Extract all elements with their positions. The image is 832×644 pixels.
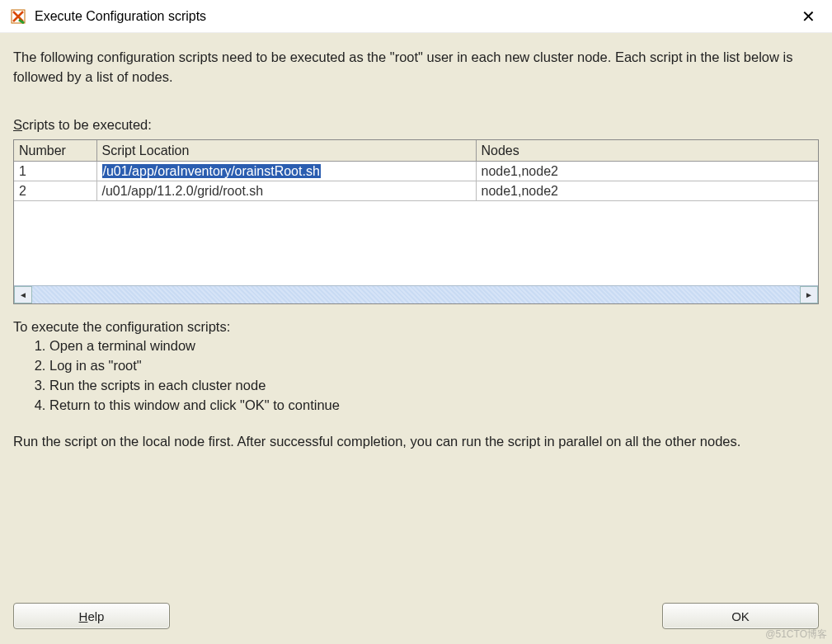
final-note: Run the script on the local node first. …: [13, 432, 819, 452]
scroll-left-icon[interactable]: ◄: [14, 286, 32, 303]
list-item: Log in as "root": [49, 356, 819, 376]
list-item: Return to this window and click "OK" to …: [49, 396, 819, 416]
cell-number[interactable]: 1: [14, 162, 96, 181]
scripts-table-wrapper: Number Script Location Nodes 1/u01/app/o…: [13, 139, 819, 304]
cell-nodes[interactable]: node1,node2: [476, 162, 818, 181]
table-row[interactable]: 2/u01/app/11.2.0/grid/root.shnode1,node2: [14, 181, 818, 201]
cell-number[interactable]: 2: [14, 181, 96, 201]
table-row[interactable]: 1/u01/app/oraInventory/orainstRoot.shnod…: [14, 162, 818, 181]
help-button[interactable]: Help: [13, 603, 170, 629]
watermark: @51CTO博客: [765, 628, 827, 642]
scroll-right-icon[interactable]: ►: [800, 286, 818, 303]
button-row: Help OK: [13, 603, 819, 629]
scripts-table[interactable]: Number Script Location Nodes 1/u01/app/o…: [14, 140, 818, 202]
list-item: Open a terminal window: [49, 336, 819, 356]
col-location[interactable]: Script Location: [96, 140, 476, 162]
intro-text: The following configuration scripts need…: [13, 48, 819, 87]
instructions-list: Open a terminal windowLog in as "root"Ru…: [13, 336, 819, 416]
list-item: Run the scripts in each cluster node: [49, 376, 819, 396]
horizontal-scrollbar[interactable]: ◄ ►: [14, 285, 818, 303]
scripts-label: Scripts to be executed:: [13, 117, 819, 133]
close-icon[interactable]: ✕: [795, 7, 822, 26]
scroll-track[interactable]: [32, 286, 800, 303]
app-icon: [10, 8, 26, 25]
ok-button[interactable]: OK: [662, 603, 819, 629]
dialog-body: The following configuration scripts need…: [0, 33, 832, 644]
cell-location[interactable]: /u01/app/11.2.0/grid/root.sh: [96, 181, 476, 201]
cell-location[interactable]: /u01/app/oraInventory/orainstRoot.sh: [96, 162, 476, 181]
col-number[interactable]: Number: [14, 140, 96, 162]
scripts-table-scroll[interactable]: Number Script Location Nodes 1/u01/app/o…: [14, 140, 818, 285]
col-nodes[interactable]: Nodes: [476, 140, 818, 162]
window-title: Execute Configuration scripts: [35, 9, 795, 24]
instructions-heading: To execute the configuration scripts:: [13, 319, 819, 335]
titlebar: Execute Configuration scripts ✕: [0, 0, 832, 33]
cell-nodes[interactable]: node1,node2: [476, 181, 818, 201]
